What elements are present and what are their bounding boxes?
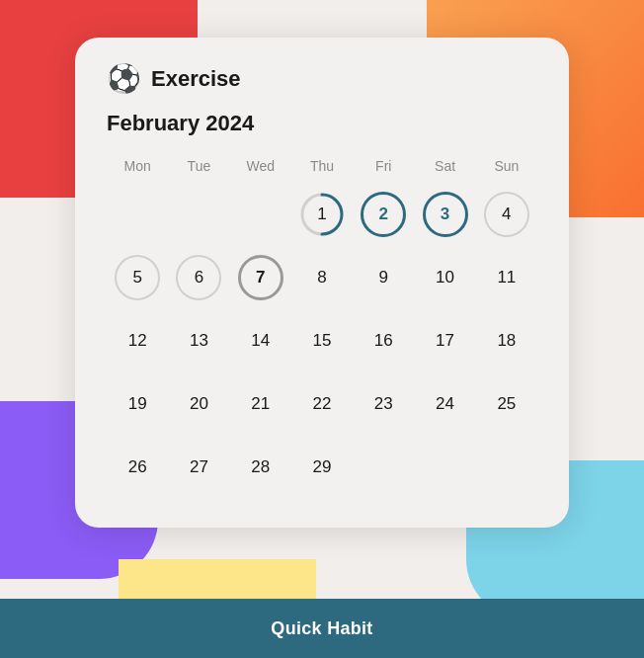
- calendar-day-26[interactable]: 26: [107, 439, 168, 496]
- habit-card: ⚽ Exercise February 2024 MonTueWedThuFri…: [75, 38, 569, 528]
- calendar-day-24[interactable]: 24: [414, 375, 475, 433]
- calendar-day-1[interactable]: 1: [291, 186, 353, 243]
- calendar-day-8[interactable]: 8: [291, 249, 353, 306]
- day-number: 16: [361, 318, 406, 364]
- day-number: 3: [423, 192, 468, 237]
- calendar-empty: [107, 186, 168, 243]
- day-number: 25: [484, 381, 529, 427]
- calendar-empty: [168, 186, 229, 243]
- calendar-day-4[interactable]: 4: [476, 186, 537, 243]
- day-name-thu: Thu: [291, 154, 353, 178]
- calendar-day-12[interactable]: 12: [107, 312, 168, 370]
- calendar-day-18[interactable]: 18: [476, 312, 537, 370]
- day-number: 7: [238, 255, 283, 300]
- calendar-day-13[interactable]: 13: [168, 312, 229, 370]
- day-number: 12: [115, 318, 160, 364]
- month-label: February 2024: [107, 111, 537, 136]
- day-number: 10: [423, 255, 468, 300]
- day-number: 8: [299, 255, 345, 300]
- day-number: 23: [361, 381, 406, 427]
- calendar-day-15[interactable]: 15: [291, 312, 353, 370]
- day-number: 29: [299, 445, 345, 490]
- calendar-day-23[interactable]: 23: [353, 375, 414, 433]
- day-number: 1: [299, 192, 345, 237]
- calendar-day-2[interactable]: 2: [353, 186, 414, 243]
- calendar-day-28[interactable]: 28: [230, 439, 291, 496]
- calendar-day-9[interactable]: 9: [353, 249, 414, 306]
- day-number: 20: [176, 381, 221, 427]
- calendar-empty: [476, 439, 537, 496]
- bottom-bar-label: Quick Habit: [271, 618, 372, 639]
- calendar-day-29[interactable]: 29: [291, 439, 353, 496]
- habit-title: Exercise: [151, 66, 241, 92]
- day-number: 26: [115, 445, 160, 490]
- calendar-header: MonTueWedThuFriSatSun: [107, 154, 537, 178]
- calendar-grid: 1 23456789101112131415161718192021222324…: [107, 186, 537, 496]
- calendar-day-22[interactable]: 22: [291, 375, 353, 433]
- card-header: ⚽ Exercise: [107, 65, 537, 93]
- calendar-day-19[interactable]: 19: [107, 375, 168, 433]
- day-number: 15: [299, 318, 345, 364]
- day-name-fri: Fri: [353, 154, 414, 178]
- calendar-day-5[interactable]: 5: [107, 249, 168, 306]
- calendar-empty: [414, 439, 475, 496]
- bottom-bar[interactable]: Quick Habit: [0, 599, 644, 658]
- calendar-day-10[interactable]: 10: [414, 249, 475, 306]
- calendar-day-11[interactable]: 11: [476, 249, 537, 306]
- calendar-day-27[interactable]: 27: [168, 439, 229, 496]
- day-number: 28: [238, 445, 283, 490]
- day-number: 4: [484, 192, 529, 237]
- calendar-day-14[interactable]: 14: [230, 312, 291, 370]
- calendar-day-16[interactable]: 16: [353, 312, 414, 370]
- exercise-icon: ⚽: [107, 65, 141, 93]
- day-number: 24: [423, 381, 468, 427]
- day-name-wed: Wed: [230, 154, 291, 178]
- calendar-day-21[interactable]: 21: [230, 375, 291, 433]
- calendar-empty: [230, 186, 291, 243]
- day-number: 9: [361, 255, 406, 300]
- calendar-day-20[interactable]: 20: [168, 375, 229, 433]
- day-number: 11: [484, 255, 529, 300]
- calendar-day-25[interactable]: 25: [476, 375, 537, 433]
- day-number: 5: [115, 255, 160, 300]
- calendar-day-6[interactable]: 6: [168, 249, 229, 306]
- day-name-tue: Tue: [168, 154, 229, 178]
- day-number: 27: [176, 445, 221, 490]
- calendar-empty: [353, 439, 414, 496]
- day-number: 21: [238, 381, 283, 427]
- day-number: 18: [484, 318, 529, 364]
- day-name-sat: Sat: [414, 154, 475, 178]
- day-number: 19: [115, 381, 160, 427]
- calendar-day-7[interactable]: 7: [230, 249, 291, 306]
- day-number: 22: [299, 381, 345, 427]
- day-number: 13: [176, 318, 221, 364]
- day-number: 2: [361, 192, 406, 237]
- day-number: 17: [423, 318, 468, 364]
- calendar-day-3[interactable]: 3: [414, 186, 475, 243]
- day-number: 14: [238, 318, 283, 364]
- calendar: MonTueWedThuFriSatSun 1 2345678910111213…: [107, 154, 537, 496]
- day-number: 6: [176, 255, 221, 300]
- day-name-mon: Mon: [107, 154, 168, 178]
- calendar-day-17[interactable]: 17: [414, 312, 475, 370]
- day-name-sun: Sun: [476, 154, 537, 178]
